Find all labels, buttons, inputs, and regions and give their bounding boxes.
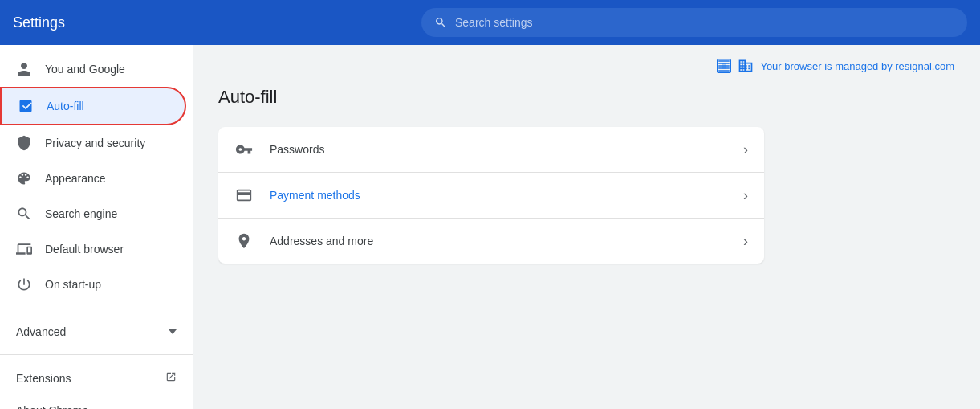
sidebar-item-label: Default browser (45, 243, 124, 256)
browser-icon (16, 241, 32, 257)
about-chrome-label: About Chrome (16, 404, 88, 409)
sidebar-item-search-engine[interactable]: Search engine (0, 196, 186, 231)
key-icon (234, 140, 254, 159)
payment-methods-label: Payment methods (270, 189, 727, 202)
chevron-right-icon-2: › (743, 187, 748, 204)
chevron-down-icon (169, 329, 177, 334)
sidebar-item-label: Appearance (45, 172, 106, 185)
main-layout: You and Google Auto-fill Privacy and sec… (0, 45, 980, 409)
sidebar-item-label: Privacy and security (45, 137, 145, 149)
sidebar-item-on-startup[interactable]: On start-up (0, 267, 186, 302)
sidebar: You and Google Auto-fill Privacy and sec… (0, 45, 193, 409)
sidebar-advanced-header[interactable]: Advanced (0, 316, 193, 348)
location-icon (234, 231, 254, 251)
payment-methods-row[interactable]: Payment methods › (218, 173, 764, 219)
sidebar-item-label: You and Google (45, 63, 125, 76)
palette-icon (16, 170, 32, 186)
chevron-right-icon: › (743, 141, 748, 158)
content-area: Your browser is managed by resignal.com … (193, 45, 980, 409)
shield-icon (16, 135, 32, 151)
person-icon (16, 61, 32, 77)
header: Settings (0, 0, 980, 45)
sidebar-item-autofill[interactable]: Auto-fill (0, 87, 186, 125)
sidebar-divider-2 (0, 354, 193, 355)
sidebar-item-label: On start-up (45, 278, 101, 291)
advanced-label: Advanced (16, 325, 159, 338)
passwords-row[interactable]: Passwords › (218, 127, 764, 173)
managed-banner: Your browser is managed by resignal.com (218, 58, 954, 74)
sidebar-item-appearance[interactable]: Appearance (0, 161, 186, 196)
sidebar-item-privacy-security[interactable]: Privacy and security (0, 125, 186, 161)
sidebar-item-about-chrome[interactable]: About Chrome (0, 395, 193, 409)
autofill-icon (18, 98, 34, 114)
search-bar[interactable] (421, 8, 967, 37)
autofill-card: Passwords › Payment methods › Addresses … (218, 127, 764, 264)
chevron-right-icon-3: › (743, 233, 748, 250)
addresses-label: Addresses and more (270, 235, 727, 247)
managed-text: Your browser is managed by resignal.com (760, 60, 954, 72)
page-title: Auto-fill (218, 87, 954, 108)
addresses-row[interactable]: Addresses and more › (218, 219, 764, 264)
power-icon (16, 276, 32, 292)
passwords-label: Passwords (270, 143, 727, 156)
domain-icon (738, 58, 754, 74)
sidebar-item-label: Search engine (45, 207, 117, 220)
card-icon (234, 186, 254, 205)
sidebar-item-default-browser[interactable]: Default browser (0, 231, 186, 267)
app-title: Settings (13, 14, 65, 31)
search-engine-icon (16, 206, 32, 222)
search-icon (434, 16, 447, 29)
sidebar-item-label: Auto-fill (47, 100, 84, 112)
managed-icon (717, 59, 731, 73)
external-link-icon (165, 371, 177, 385)
sidebar-divider (0, 309, 193, 309)
sidebar-item-extensions[interactable]: Extensions (0, 362, 193, 395)
extensions-label: Extensions (16, 372, 71, 385)
search-input[interactable] (455, 16, 954, 29)
sidebar-item-you-and-google[interactable]: You and Google (0, 51, 186, 87)
